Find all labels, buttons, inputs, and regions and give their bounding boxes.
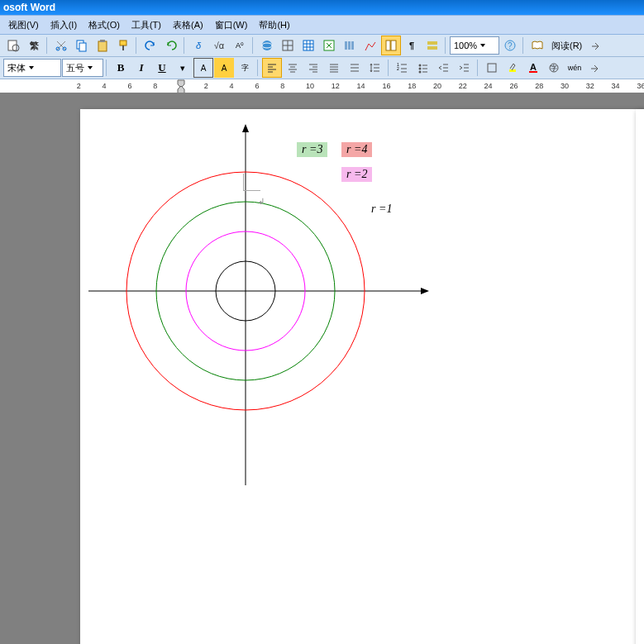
label-r4[interactable]: r =4: [341, 142, 372, 157]
svg-rect-29: [509, 69, 516, 72]
align-justify-button[interactable]: [324, 58, 344, 78]
numbering-button[interactable]: 12: [393, 58, 413, 78]
menu-window[interactable]: 窗口(W): [210, 17, 253, 33]
svg-point-27: [419, 71, 422, 74]
superscript-icon[interactable]: A⁰: [230, 36, 250, 55]
bold-button[interactable]: B: [111, 58, 131, 78]
undo-icon[interactable]: [141, 36, 160, 55]
doc-map-icon[interactable]: [381, 36, 401, 55]
highlight-button[interactable]: [503, 58, 522, 78]
separator: [477, 60, 479, 76]
svg-rect-17: [386, 41, 390, 50]
document-workspace: ↲ r =3 r =4 r =2 r =1: [0, 93, 644, 644]
char-border-button[interactable]: A: [193, 58, 213, 78]
svg-text:2: 2: [397, 66, 399, 71]
text-anchor-icon: [243, 174, 260, 191]
svg-rect-28: [488, 64, 496, 72]
label-r2[interactable]: r =2: [341, 167, 372, 182]
svg-rect-31: [529, 71, 537, 73]
chevron-down-icon: [480, 44, 485, 47]
svg-rect-6: [98, 41, 107, 51]
line-spacing-button[interactable]: [365, 58, 385, 78]
phonetic-button[interactable]: wén: [565, 58, 584, 78]
font-size-combo[interactable]: 五号: [62, 59, 103, 77]
dash-button[interactable]: ▾: [173, 58, 193, 78]
font-name-combo[interactable]: 宋体: [3, 59, 61, 77]
read-mode-icon[interactable]: [527, 36, 547, 55]
svg-rect-5: [79, 43, 86, 51]
align-center-button[interactable]: [283, 58, 303, 78]
document-page[interactable]: ↲ r =3 r =4 r =2 r =1: [80, 109, 644, 644]
cut-icon[interactable]: [51, 36, 71, 55]
app-title: osoft Word: [3, 2, 55, 13]
drawing-icon[interactable]: [360, 36, 380, 55]
insert-table-icon[interactable]: [298, 36, 318, 55]
zoom-combo[interactable]: 100%: [450, 36, 499, 55]
menu-bar: 视图(V) 插入(I) 格式(O) 工具(T) 表格(A) 窗口(W) 帮助(H…: [0, 15, 644, 35]
menu-view[interactable]: 视图(V): [3, 17, 44, 33]
preview-icon[interactable]: [3, 36, 23, 55]
svg-point-9: [262, 41, 272, 50]
svg-rect-12: [303, 41, 313, 50]
zoom-value: 100%: [454, 41, 477, 50]
app-window: osoft Word 视图(V) 插入(I) 格式(O) 工具(T) 表格(A)…: [0, 0, 644, 644]
more-icon[interactable]: [586, 36, 606, 55]
separator: [257, 60, 260, 76]
paste-icon[interactable]: [93, 36, 112, 55]
insert-excel-icon[interactable]: [319, 36, 339, 55]
decrease-indent-button[interactable]: [434, 58, 454, 78]
italic-button[interactable]: I: [131, 58, 151, 78]
svg-text:?: ?: [508, 41, 513, 50]
svg-point-25: [419, 64, 422, 67]
more-format-icon[interactable]: [585, 58, 605, 78]
menu-help[interactable]: 帮助(H): [254, 17, 294, 33]
menu-insert[interactable]: 插入(I): [45, 17, 82, 33]
align-left-button[interactable]: [262, 58, 282, 78]
columns-icon[interactable]: [340, 36, 360, 55]
tables-borders-icon[interactable]: [278, 36, 298, 55]
chinese-layout-icon[interactable]: [422, 36, 442, 55]
svg-text:A: A: [530, 62, 537, 72]
read-label[interactable]: 阅读(R): [548, 40, 585, 52]
format-painter-icon[interactable]: [113, 36, 133, 55]
svg-text:字: 字: [551, 64, 557, 72]
circle-char-button[interactable]: 字: [544, 58, 564, 78]
separator: [252, 37, 255, 54]
increase-indent-button[interactable]: [455, 58, 475, 78]
chevron-down-icon: [88, 66, 93, 69]
align-distribute-button[interactable]: [345, 58, 365, 78]
copy-icon[interactable]: [72, 36, 92, 55]
return-mark-icon: ↲: [258, 197, 265, 206]
label-r3[interactable]: r =3: [297, 142, 327, 157]
separator: [388, 60, 390, 76]
borders-button[interactable]: [482, 58, 502, 78]
trad-simp-button[interactable]: 繁: [24, 36, 44, 55]
standard-toolbar: 繁 δ √α A⁰ ¶ 100% ? 阅读(R): [0, 35, 644, 57]
separator: [46, 37, 49, 54]
font-color-button[interactable]: A: [523, 58, 543, 78]
underline-button[interactable]: U: [152, 58, 172, 78]
char-shade-button[interactable]: A: [214, 58, 234, 78]
hyperlink-icon[interactable]: [257, 36, 277, 55]
font-size: 五号: [66, 62, 84, 74]
separator: [184, 37, 186, 54]
bullets-button[interactable]: [413, 58, 433, 78]
menu-table[interactable]: 表格(A): [168, 17, 208, 33]
circles-diagram: [84, 113, 514, 494]
menu-tools[interactable]: 工具(T): [126, 17, 166, 33]
separator: [106, 60, 108, 76]
separator: [445, 37, 447, 54]
script-icon[interactable]: δ: [188, 36, 208, 55]
help-icon[interactable]: ?: [500, 36, 520, 55]
svg-rect-7: [100, 40, 105, 42]
svg-rect-15: [348, 41, 351, 50]
show-marks-icon[interactable]: ¶: [402, 36, 422, 55]
char-scaling-button[interactable]: 字: [235, 58, 255, 78]
svg-rect-14: [345, 41, 347, 50]
formatting-toolbar: 宋体 五号 B I U ▾ A A 字 12 A 字 wén: [0, 57, 644, 79]
menu-format[interactable]: 格式(O): [83, 17, 125, 33]
svg-rect-8: [120, 41, 126, 45]
sqrt-icon[interactable]: √α: [209, 36, 229, 55]
align-right-button[interactable]: [303, 58, 323, 78]
redo-icon[interactable]: [161, 36, 181, 55]
